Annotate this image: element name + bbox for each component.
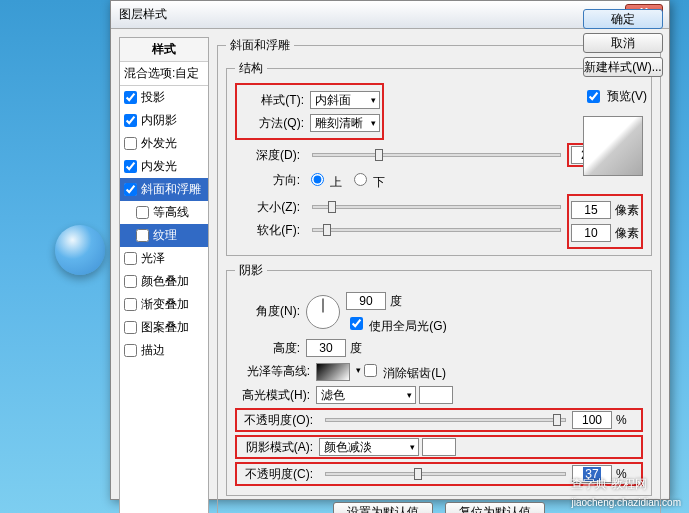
structure-legend: 结构: [235, 60, 267, 77]
global-light[interactable]: 使用全局光(G): [346, 319, 447, 333]
soften-label: 软化(F):: [235, 222, 300, 239]
sidebar-item-gradientoverlay[interactable]: 渐变叠加: [120, 293, 208, 316]
new-style-button[interactable]: 新建样式(W)...: [583, 57, 663, 77]
cb-texture[interactable]: [136, 229, 149, 242]
dialog-title: 图层样式: [119, 6, 167, 23]
ok-button[interactable]: 确定: [583, 9, 663, 29]
sidebar-item-dropshadow[interactable]: 投影: [120, 86, 208, 109]
dir-up[interactable]: 上: [306, 170, 342, 191]
sidebar-item-patternoverlay[interactable]: 图案叠加: [120, 316, 208, 339]
sidebar-item-satin[interactable]: 光泽: [120, 247, 208, 270]
cb-innershadow[interactable]: [124, 114, 137, 127]
size-slider[interactable]: [312, 205, 561, 209]
angle-label: 角度(N):: [235, 303, 300, 320]
watermark: 查字典 教程网 jiaocheng.chazidian.com: [571, 475, 681, 509]
cb-dropshadow[interactable]: [124, 91, 137, 104]
shadow-opacity-slider[interactable]: [325, 472, 566, 476]
highlight-mode-label: 高光模式(H):: [235, 387, 310, 404]
highlight-opacity-label: 不透明度(O):: [238, 412, 313, 429]
shading-fieldset: 阴影 角度(N): 90度 使用全局光(G) 高度:30度 光泽等高线: 消除锯…: [226, 262, 652, 496]
gloss-label: 光泽等高线:: [235, 363, 310, 380]
sidebar-item-coloroverlay[interactable]: 颜色叠加: [120, 270, 208, 293]
highlight-color[interactable]: [419, 386, 453, 404]
cb-grad[interactable]: [124, 298, 137, 311]
highlight-mode-select[interactable]: 滤色: [316, 386, 416, 404]
method-select[interactable]: 雕刻清晰: [310, 114, 380, 132]
highlight-opacity-slider[interactable]: [325, 418, 566, 422]
styles-sidebar: 样式 混合选项:自定 投影 内阴影 外发光 内发光 斜面和浮雕 等高线 纹理 光…: [119, 37, 209, 513]
size-label: 大小(Z):: [235, 199, 300, 216]
water-drop-preview: [55, 225, 105, 275]
layer-style-dialog: 图层样式 X 样式 混合选项:自定 投影 内阴影 外发光 内发光 斜面和浮雕 等…: [110, 0, 670, 500]
sidebar-item-texture[interactable]: 纹理: [120, 224, 208, 247]
soften-value[interactable]: 10: [571, 224, 611, 242]
cb-bevel[interactable]: [124, 183, 137, 196]
dir-down[interactable]: 下: [349, 170, 385, 191]
cancel-button[interactable]: 取消: [583, 33, 663, 53]
cb-contour[interactable]: [136, 206, 149, 219]
altitude-label: 高度:: [235, 340, 300, 357]
sidebar-item-contour[interactable]: 等高线: [120, 201, 208, 224]
cb-pattern[interactable]: [124, 321, 137, 334]
reset-default-button[interactable]: 复位为默认值: [445, 502, 545, 513]
sidebar-header: 样式: [120, 38, 208, 62]
style-label: 样式(T):: [239, 92, 304, 109]
shading-legend: 阴影: [235, 262, 267, 279]
shadow-color[interactable]: [422, 438, 456, 456]
cb-satin[interactable]: [124, 252, 137, 265]
set-default-button[interactable]: 设置为默认值: [333, 502, 433, 513]
altitude-value[interactable]: 30: [306, 339, 346, 357]
preview-swatch: [583, 116, 643, 176]
highlight-opacity-value[interactable]: 100: [572, 411, 612, 429]
shadow-mode-select[interactable]: 颜色减淡: [319, 438, 419, 456]
angle-value[interactable]: 90: [346, 292, 386, 310]
sidebar-item-innerglow[interactable]: 内发光: [120, 155, 208, 178]
sidebar-item-outerglow[interactable]: 外发光: [120, 132, 208, 155]
gloss-contour[interactable]: [316, 363, 350, 381]
angle-dial[interactable]: [306, 295, 340, 329]
bevel-legend: 斜面和浮雕: [226, 37, 294, 54]
cb-outerglow[interactable]: [124, 137, 137, 150]
cb-stroke[interactable]: [124, 344, 137, 357]
direction-label: 方向:: [235, 172, 300, 189]
method-label: 方法(Q):: [239, 115, 304, 132]
cb-innerglow[interactable]: [124, 160, 137, 173]
blend-options[interactable]: 混合选项:自定: [120, 62, 208, 86]
shadow-mode-label: 阴影模式(A):: [238, 439, 313, 456]
depth-label: 深度(D):: [235, 147, 300, 164]
sidebar-item-bevel[interactable]: 斜面和浮雕: [120, 178, 208, 201]
preview-checkbox[interactable]: [587, 90, 600, 103]
size-value[interactable]: 15: [571, 201, 611, 219]
sidebar-item-stroke[interactable]: 描边: [120, 339, 208, 362]
shadow-opacity-label: 不透明度(C):: [238, 466, 313, 483]
soften-slider[interactable]: [312, 228, 561, 232]
style-select[interactable]: 内斜面: [310, 91, 380, 109]
depth-slider[interactable]: [312, 153, 561, 157]
cb-color[interactable]: [124, 275, 137, 288]
preview-label: 预览(V): [607, 88, 647, 105]
antialias[interactable]: 消除锯齿(L): [360, 361, 446, 382]
sidebar-item-innershadow[interactable]: 内阴影: [120, 109, 208, 132]
right-buttons: 确定 取消 新建样式(W)... 预览(V): [583, 9, 663, 176]
